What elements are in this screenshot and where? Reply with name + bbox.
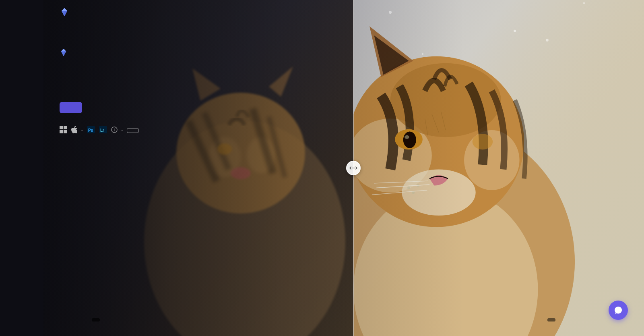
label-original bbox=[92, 318, 100, 321]
photoshop-icon: Ps bbox=[87, 126, 95, 135]
svg-text:Lr: Lr bbox=[100, 128, 104, 133]
product-badge bbox=[60, 48, 301, 56]
drag-arrows-icon bbox=[349, 165, 357, 171]
svg-rect-42 bbox=[60, 126, 63, 129]
buy-button[interactable] bbox=[60, 102, 82, 113]
brand-logo[interactable] bbox=[60, 7, 72, 17]
cta-row bbox=[60, 102, 301, 113]
lightroom-icon: Lr bbox=[99, 126, 107, 135]
product-badge-icon bbox=[60, 48, 68, 56]
drag-handle[interactable] bbox=[346, 161, 361, 175]
dot-separator-2: • bbox=[122, 128, 123, 133]
label-enhanced bbox=[547, 318, 555, 321]
svg-rect-43 bbox=[64, 126, 67, 129]
platform-row: • Ps Lr i • bbox=[60, 126, 301, 135]
chat-button[interactable] bbox=[609, 301, 628, 320]
mac-icon bbox=[71, 126, 77, 135]
left-sidebar bbox=[0, 0, 43, 336]
svg-rect-44 bbox=[60, 130, 63, 133]
windows-icon bbox=[60, 126, 67, 135]
svg-text:i: i bbox=[114, 128, 115, 132]
try-free-button[interactable] bbox=[127, 128, 139, 133]
topaz-logo-icon bbox=[60, 7, 69, 17]
dot-separator: • bbox=[81, 128, 83, 133]
chat-icon bbox=[614, 306, 623, 315]
svg-rect-45 bbox=[64, 130, 67, 133]
hero-headline bbox=[60, 66, 301, 87]
info-icon: i bbox=[111, 127, 118, 135]
svg-text:Ps: Ps bbox=[88, 128, 93, 133]
navbar bbox=[43, 0, 644, 24]
hero-content: • Ps Lr i • bbox=[43, 0, 317, 336]
main-area: • Ps Lr i • bbox=[43, 0, 644, 336]
